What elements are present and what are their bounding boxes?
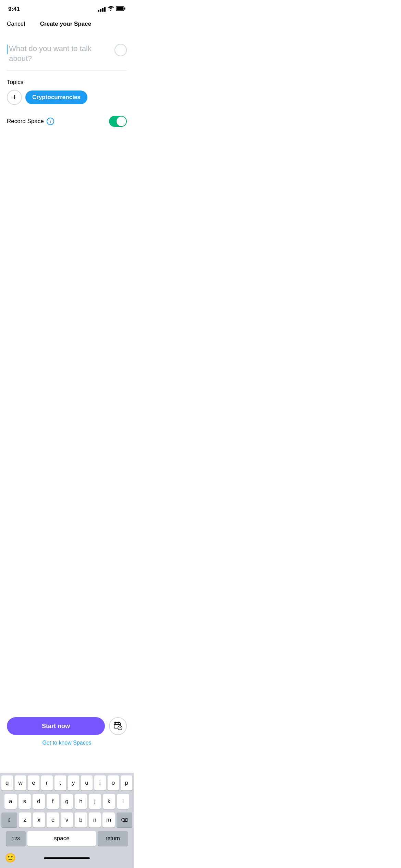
wifi-icon: [108, 6, 114, 12]
nav-bar: Cancel Create your Space: [0, 16, 134, 33]
cancel-button[interactable]: Cancel: [7, 19, 25, 29]
toggle-thumb: [117, 117, 126, 126]
plus-icon: +: [12, 93, 17, 101]
topics-section: Topics + Cryptocurrencies: [7, 79, 127, 105]
record-space-toggle[interactable]: [109, 116, 127, 127]
record-space-info-button[interactable]: i: [47, 118, 54, 125]
topic-chip-label: Cryptocurrencies: [32, 94, 81, 101]
svg-rect-2: [117, 7, 124, 10]
status-time: 9:41: [8, 6, 20, 13]
topics-row: + Cryptocurrencies: [7, 90, 127, 105]
emoji-picker-circle[interactable]: [114, 44, 127, 56]
svg-rect-1: [124, 8, 125, 10]
record-space-row: Record Space i: [7, 113, 127, 130]
record-space-left: Record Space i: [7, 118, 54, 125]
status-icons: [98, 6, 125, 12]
status-bar: 9:41: [0, 0, 134, 16]
topic-input-container[interactable]: What do you want to talk about?: [7, 40, 127, 71]
add-topic-button[interactable]: +: [7, 90, 22, 105]
info-icon-symbol: i: [50, 119, 51, 124]
battery-icon: [116, 6, 125, 12]
record-space-label: Record Space: [7, 118, 44, 125]
topic-input-wrapper: What do you want to talk about?: [7, 44, 110, 63]
page-title: Create your Space: [40, 21, 91, 27]
content-area: What do you want to talk about? Topics +…: [0, 33, 134, 130]
text-cursor: [7, 45, 8, 54]
topic-chip-cryptocurrencies[interactable]: Cryptocurrencies: [25, 91, 87, 104]
topics-label: Topics: [7, 79, 127, 86]
signal-icon: [98, 7, 106, 12]
topic-input-placeholder: What do you want to talk about?: [9, 44, 110, 63]
